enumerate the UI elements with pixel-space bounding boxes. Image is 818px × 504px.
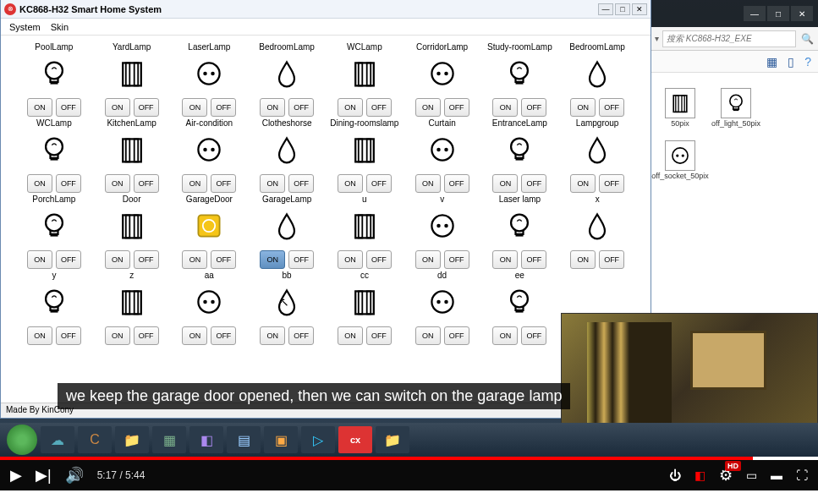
on-button[interactable]: ON [570,98,596,117]
close-button[interactable]: ✕ [632,3,647,15]
off-button[interactable]: OFF [366,326,392,345]
off-button[interactable]: OFF [134,174,159,193]
off-button[interactable]: OFF [288,174,314,193]
next-button[interactable]: ▶| [36,466,52,485]
explorer-search-input[interactable] [662,30,796,47]
theater-button[interactable]: ▬ [771,468,782,482]
taskbar-app-icon[interactable]: C [78,426,112,453]
taskbar-app-icon[interactable]: 📁 [115,426,149,453]
off-button[interactable]: OFF [288,250,314,269]
on-button[interactable]: ON [260,250,285,269]
taskbar-app-icon[interactable]: ▤ [227,426,261,453]
play-button[interactable]: ▶ [10,466,22,485]
off-button[interactable]: OFF [521,326,546,345]
maximize-button[interactable]: □ [767,6,789,21]
on-button[interactable]: ON [27,250,52,269]
on-button[interactable]: ON [105,98,130,117]
taskbar-app-icon[interactable]: ▣ [264,426,298,453]
file-item[interactable]: off_light_50pix [714,88,758,129]
off-button[interactable]: OFF [444,250,469,269]
on-button[interactable]: ON [182,326,207,345]
volume-button[interactable]: 🔊 [65,466,84,485]
taskbar-app-icon[interactable]: 📁 [376,426,409,453]
on-button[interactable]: ON [105,250,130,269]
on-button[interactable]: ON [260,174,285,193]
taskbar-app-icon[interactable]: ☁ [41,426,74,453]
off-button[interactable]: OFF [521,98,546,117]
off-button[interactable]: OFF [134,98,159,117]
on-button[interactable]: ON [415,326,441,345]
on-button[interactable]: ON [182,98,207,117]
minimize-button[interactable]: — [744,6,766,21]
pane-icon[interactable]: ▯ [788,55,794,68]
on-button[interactable]: ON [492,174,518,193]
menu-system[interactable]: System [4,20,46,34]
on-button[interactable]: ON [570,174,596,193]
off-button[interactable]: OFF [134,326,159,345]
minimize-button[interactable]: — [598,3,613,15]
titlebar[interactable]: ⊗ KC868-H32 Smart Home System — □ ✕ [1,0,651,19]
off-button[interactable]: OFF [56,98,81,117]
on-button[interactable]: ON [338,326,363,345]
on-button[interactable]: ON [338,250,363,269]
off-button[interactable]: OFF [444,98,469,117]
on-button[interactable]: ON [182,250,207,269]
off-button[interactable]: OFF [56,250,81,269]
taskbar-app-icon[interactable]: ▦ [152,426,186,453]
on-button[interactable]: ON [260,326,285,345]
on-button[interactable]: ON [260,98,285,117]
help-icon[interactable]: ? [804,55,811,68]
off-button[interactable]: OFF [366,250,392,269]
off-button[interactable]: OFF [599,98,624,117]
off-button[interactable]: OFF [444,326,469,345]
on-button[interactable]: ON [415,98,441,117]
on-button[interactable]: ON [338,174,363,193]
taskbar-app-icon[interactable]: ◧ [189,426,223,453]
on-button[interactable]: ON [338,98,363,117]
off-button[interactable]: OFF [599,174,624,193]
taskbar-app-icon[interactable]: ▷ [301,426,335,453]
on-button[interactable]: ON [415,174,441,193]
off-button[interactable]: OFF [444,174,469,193]
fullscreen-button[interactable]: ⛶ [796,468,808,482]
off-button[interactable]: OFF [521,174,546,193]
on-button[interactable]: ON [415,250,441,269]
on-button[interactable]: ON [570,250,596,269]
on-button[interactable]: ON [27,174,52,193]
file-item[interactable]: 50pix [658,88,702,129]
on-button[interactable]: ON [105,326,130,345]
maximize-button[interactable]: □ [615,3,630,15]
off-button[interactable]: OFF [134,250,159,269]
off-button[interactable]: OFF [211,174,236,193]
captions-button[interactable]: ◧ [694,468,705,482]
view-icon[interactable]: ▦ [766,55,777,68]
start-button[interactable] [7,425,37,455]
on-button[interactable]: ON [105,174,130,193]
on-button[interactable]: ON [492,98,518,117]
settings-button[interactable]: ⚙HD [719,466,733,485]
off-button[interactable]: OFF [211,326,236,345]
close-button[interactable]: ✕ [791,6,813,21]
on-button[interactable]: ON [27,98,52,117]
taskbar-app-icon[interactable]: cx [338,426,372,453]
off-button[interactable]: OFF [56,174,81,193]
off-button[interactable]: OFF [288,326,314,345]
off-button[interactable]: OFF [211,250,236,269]
search-icon[interactable]: 🔍 [799,31,815,47]
off-button[interactable]: OFF [288,98,314,117]
windows-taskbar[interactable]: ☁ C 📁 ▦ ◧ ▤ ▣ ▷ cx 📁 [0,423,818,457]
off-button[interactable]: OFF [521,250,546,269]
off-button[interactable]: OFF [211,98,236,117]
off-button[interactable]: OFF [366,98,392,117]
autoplay-toggle[interactable]: ⏻ [669,468,681,482]
dropdown-icon[interactable]: ▾ [655,34,659,43]
file-item[interactable]: off_socket_50pix [658,140,702,181]
on-button[interactable]: ON [27,326,52,345]
menu-skin[interactable]: Skin [46,20,74,34]
miniplayer-button[interactable]: ▭ [746,468,757,482]
on-button[interactable]: ON [182,174,207,193]
on-button[interactable]: ON [492,250,518,269]
off-button[interactable]: OFF [599,250,624,269]
off-button[interactable]: OFF [56,326,81,345]
off-button[interactable]: OFF [366,174,392,193]
